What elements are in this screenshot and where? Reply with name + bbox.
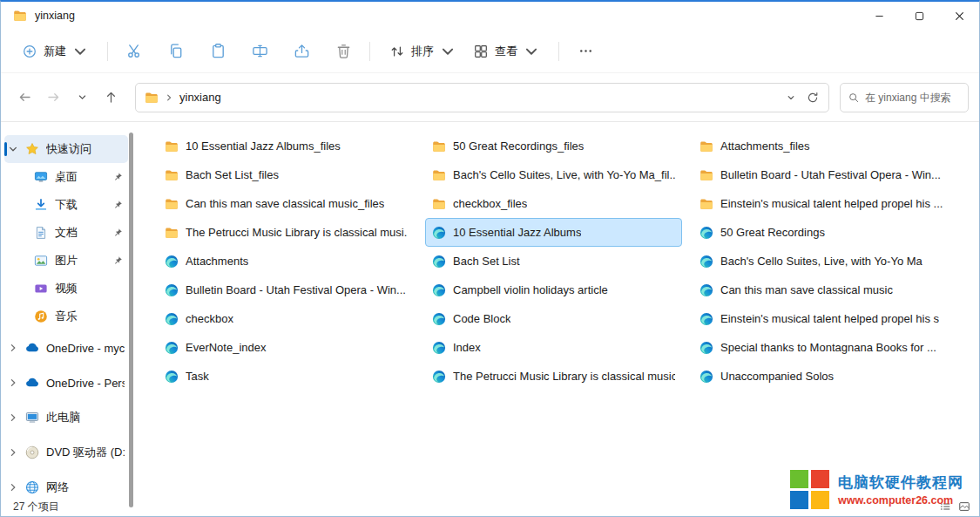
back-button[interactable] bbox=[11, 84, 38, 111]
rename-button[interactable] bbox=[244, 36, 275, 67]
maximize-icon bbox=[915, 11, 924, 21]
sort-button-label: 排序 bbox=[411, 44, 434, 59]
plus-icon bbox=[22, 44, 37, 59]
forward-button[interactable] bbox=[40, 84, 67, 111]
chevron-right-icon[interactable] bbox=[8, 447, 18, 458]
sidebar-item-onedrive-1[interactable]: OneDrive - myc bbox=[4, 330, 128, 365]
edge-icon bbox=[165, 370, 179, 384]
chevron-right-icon[interactable] bbox=[8, 412, 18, 423]
watermark-logo bbox=[790, 470, 829, 509]
chevron-down-icon[interactable] bbox=[787, 93, 795, 102]
cut-button[interactable] bbox=[118, 36, 150, 67]
file-item[interactable]: Einstein's musical talent helped propel … bbox=[693, 304, 950, 333]
new-button[interactable]: 新建 bbox=[13, 37, 97, 65]
sidebar-item-label: 快速访问 bbox=[46, 141, 125, 157]
refresh-button[interactable] bbox=[806, 91, 820, 105]
recent-locations-button[interactable] bbox=[69, 84, 96, 111]
sidebar-item-label: OneDrive - Pers bbox=[46, 377, 125, 390]
close-icon bbox=[955, 11, 964, 21]
sidebar-item-desktop[interactable]: 桌面 bbox=[4, 163, 128, 191]
watermark-logo-square bbox=[811, 491, 829, 509]
sidebar-item-music[interactable]: 音乐 bbox=[4, 303, 128, 330]
file-item[interactable]: The Petrucci Music Library is classical … bbox=[425, 362, 682, 391]
file-item[interactable]: Index bbox=[425, 333, 682, 362]
file-name: Bach Set List bbox=[453, 255, 520, 268]
view-button[interactable]: 查看 bbox=[464, 37, 548, 65]
chevron-right-icon[interactable] bbox=[8, 378, 18, 388]
sidebar-item-label: 此电脑 bbox=[46, 410, 125, 425]
close-button[interactable] bbox=[939, 2, 979, 30]
file-item[interactable]: Einstein's musical talent helped propel … bbox=[693, 189, 950, 218]
folder-icon bbox=[432, 197, 446, 211]
file-name: Can this man save classical music bbox=[720, 283, 893, 296]
file-item[interactable]: checkbox_files bbox=[425, 189, 682, 218]
chevron-down-icon bbox=[72, 44, 88, 59]
sidebar-item-pictures[interactable]: 图片 bbox=[4, 247, 128, 275]
file-item[interactable]: Can this man save classical music bbox=[693, 276, 950, 304]
sidebar-item-label: 下载 bbox=[55, 197, 105, 213]
file-item[interactable]: Special thanks to Montagnana Books for .… bbox=[693, 333, 950, 362]
share-button[interactable] bbox=[286, 36, 317, 67]
view-icon bbox=[473, 44, 489, 59]
document-icon bbox=[34, 226, 48, 240]
sidebar-item-quick-access[interactable]: 快速访问 bbox=[4, 135, 128, 163]
sidebar-item-label: DVD 驱动器 (D: bbox=[46, 445, 125, 460]
file-item[interactable]: Bulletin Board - Utah Festival Opera - W… bbox=[158, 276, 415, 304]
search-input[interactable] bbox=[865, 92, 961, 104]
file-item[interactable]: Unaccompanied Solos bbox=[693, 362, 950, 391]
file-item[interactable]: The Petrucci Music Library is classical … bbox=[158, 218, 415, 247]
maximize-button[interactable] bbox=[899, 2, 939, 30]
sort-button[interactable]: 排序 bbox=[381, 37, 464, 65]
chevron-down-icon[interactable] bbox=[8, 144, 18, 154]
sidebar-item-this-pc[interactable]: 此电脑 bbox=[4, 400, 128, 435]
file-item[interactable]: Task bbox=[158, 362, 415, 391]
file-item[interactable]: 50 Great Recordings bbox=[693, 218, 950, 247]
window-controls bbox=[859, 2, 979, 30]
file-item[interactable]: Bach's Cello Suites, Live, with Yo-Yo Ma… bbox=[425, 160, 682, 189]
file-item[interactable]: 10 Essential Jazz Albums bbox=[425, 218, 682, 247]
sidebar-item-downloads[interactable]: 下载 bbox=[4, 191, 128, 219]
sidebar-scrollbar[interactable] bbox=[129, 133, 133, 507]
folder-icon bbox=[432, 168, 446, 182]
commandbar-buttons bbox=[118, 36, 359, 67]
file-item[interactable]: Bulletin Board - Utah Festival Opera - W… bbox=[693, 160, 950, 189]
file-item[interactable]: Can this man save classical music_files bbox=[158, 189, 415, 218]
file-name: Bach's Cello Suites, Live, with Yo-Yo Ma bbox=[720, 255, 923, 268]
breadcrumb[interactable]: yinxiang bbox=[179, 91, 221, 104]
file-item[interactable]: Bach's Cello Suites, Live, with Yo-Yo Ma bbox=[693, 247, 950, 276]
chevron-right-icon[interactable] bbox=[8, 482, 18, 493]
chevron-right-icon[interactable] bbox=[8, 343, 18, 353]
sidebar-item-videos[interactable]: 视频 bbox=[4, 275, 128, 303]
file-item[interactable]: 10 Essential Jazz Albums_files bbox=[158, 132, 415, 160]
search-box[interactable] bbox=[840, 83, 969, 112]
file-item[interactable]: Bach Set List bbox=[425, 247, 682, 276]
file-item[interactable]: 50 Great Recordings_files bbox=[425, 132, 682, 160]
more-button[interactable] bbox=[570, 36, 601, 67]
edge-icon bbox=[700, 312, 713, 326]
forward-icon bbox=[46, 90, 61, 105]
file-item[interactable]: Attachments bbox=[158, 247, 415, 276]
sidebar-item-onedrive-2[interactable]: OneDrive - Pers bbox=[4, 365, 128, 400]
file-item[interactable]: Campbell violin holidays article bbox=[425, 276, 682, 304]
paste-button[interactable] bbox=[202, 36, 233, 67]
file-item[interactable]: Code Block bbox=[425, 304, 682, 333]
file-name: Bulletin Board - Utah Festival Opera - W… bbox=[720, 168, 941, 181]
file-name: 50 Great Recordings bbox=[720, 226, 825, 239]
sidebar-item-documents[interactable]: 文档 bbox=[4, 219, 128, 247]
copy-button[interactable] bbox=[160, 36, 192, 67]
delete-button[interactable] bbox=[328, 36, 359, 67]
network-icon bbox=[25, 480, 39, 494]
edge-icon bbox=[432, 226, 446, 240]
minimize-button[interactable] bbox=[859, 2, 899, 30]
sidebar-item-label: 桌面 bbox=[55, 169, 105, 185]
sidebar-item-network[interactable]: 网络 bbox=[4, 470, 128, 497]
file-item[interactable]: Attachments_files bbox=[693, 132, 950, 160]
file-item[interactable]: Bach Set List_files bbox=[158, 160, 415, 189]
file-item[interactable]: checkbox bbox=[158, 304, 415, 333]
file-item[interactable]: EverNote_index bbox=[158, 333, 415, 362]
address-bar[interactable]: yinxiang bbox=[135, 83, 829, 112]
music-icon bbox=[34, 310, 48, 323]
sidebar-item-dvd-drive[interactable]: DVD 驱动器 (D: bbox=[4, 435, 128, 470]
titlebar: yinxiang bbox=[1, 2, 979, 30]
up-button[interactable] bbox=[98, 84, 125, 111]
